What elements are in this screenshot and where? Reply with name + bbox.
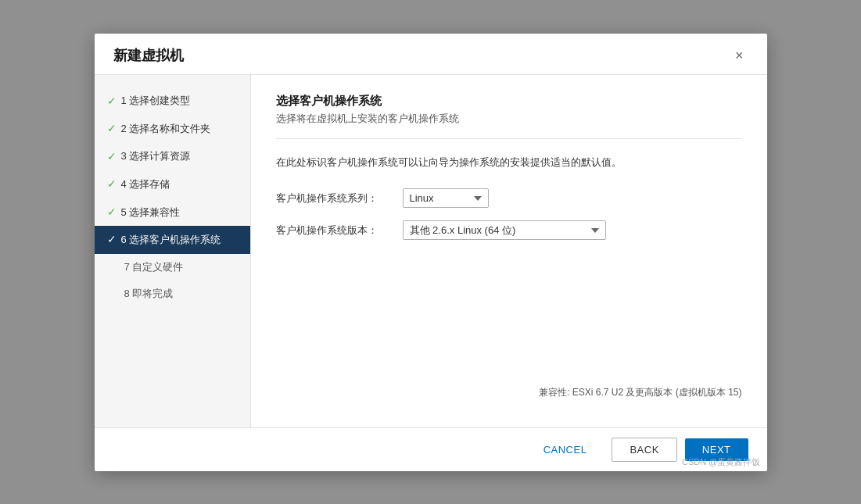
os-family-select[interactable]: LinuxWindowsOther (403, 188, 489, 208)
new-vm-dialog: 新建虚拟机 × ✓1 选择创建类型✓2 选择名称和文件夹✓3 选择计算资源✓4 … (95, 34, 767, 471)
dialog-body: ✓1 选择创建类型✓2 选择名称和文件夹✓3 选择计算资源✓4 选择存储✓5 选… (95, 75, 767, 427)
sidebar-item-label-step8: 8 即将完成 (124, 287, 174, 301)
sidebar-item-label-step4: 4 选择存储 (121, 177, 170, 191)
dialog-overlay: 新建虚拟机 × ✓1 选择创建类型✓2 选择名称和文件夹✓3 选择计算资源✓4 … (0, 0, 861, 504)
sidebar-item-label-step1: 1 选择创建类型 (121, 94, 191, 108)
os-family-row: 客户机操作系统系列： LinuxWindowsOther (276, 188, 742, 208)
os-family-label: 客户机操作系统系列： (276, 191, 393, 206)
sidebar-item-step8[interactable]: 8 即将完成 (95, 281, 250, 307)
os-version-select[interactable]: 其他 2.6.x Linux (64 位)Ubuntu Linux (64 位)… (403, 220, 606, 240)
watermark: CSDN @蛋黄酱拌饭 (682, 456, 760, 468)
sidebar-item-label-step7: 7 自定义硬件 (124, 260, 184, 274)
sidebar-item-step5[interactable]: ✓5 选择兼容性 (95, 198, 250, 227)
compat-text: 兼容性: ESXi 6.7 U2 及更高版本 (虚拟机版本 15) (276, 386, 742, 399)
sidebar: ✓1 选择创建类型✓2 选择名称和文件夹✓3 选择计算资源✓4 选择存储✓5 选… (95, 75, 251, 427)
sidebar-item-label-step6: 6 选择客户机操作系统 (121, 233, 221, 247)
back-button[interactable]: BACK (612, 438, 676, 462)
sidebar-item-label-step5: 5 选择兼容性 (121, 206, 181, 220)
sidebar-item-step3[interactable]: ✓3 选择计算资源 (95, 143, 250, 171)
dialog-header: 新建虚拟机 × (95, 34, 767, 75)
os-version-row: 客户机操作系统版本： 其他 2.6.x Linux (64 位)Ubuntu L… (276, 220, 742, 240)
sidebar-item-step1[interactable]: ✓1 选择创建类型 (95, 88, 250, 116)
section-divider (276, 138, 742, 139)
sidebar-item-label-step2: 2 选择名称和文件夹 (121, 122, 211, 136)
sidebar-item-step7[interactable]: 7 自定义硬件 (95, 254, 250, 281)
sidebar-item-step6[interactable]: ✓6 选择客户机操作系统 (95, 226, 250, 254)
section-subtitle: 选择将在虚拟机上安装的客户机操作系统 (276, 112, 742, 126)
close-button[interactable]: × (730, 47, 748, 64)
info-text: 在此处标识客户机操作系统可以让向导为操作系统的安装提供适当的默认值。 (276, 155, 742, 170)
sidebar-item-step2[interactable]: ✓2 选择名称和文件夹 (95, 115, 250, 143)
os-version-label: 客户机操作系统版本： (276, 223, 393, 238)
sidebar-item-label-step3: 3 选择计算资源 (121, 149, 191, 163)
dialog-title: 新建虚拟机 (113, 46, 184, 65)
main-content: 选择客户机操作系统 选择将在虚拟机上安装的客户机操作系统 在此处标识客户机操作系… (251, 75, 767, 427)
dialog-footer: CANCEL BACK NEXT (95, 427, 767, 471)
section-title: 选择客户机操作系统 (276, 94, 742, 109)
cancel-button[interactable]: CANCEL (526, 438, 604, 461)
sidebar-item-step4[interactable]: ✓4 选择存储 (95, 170, 250, 198)
